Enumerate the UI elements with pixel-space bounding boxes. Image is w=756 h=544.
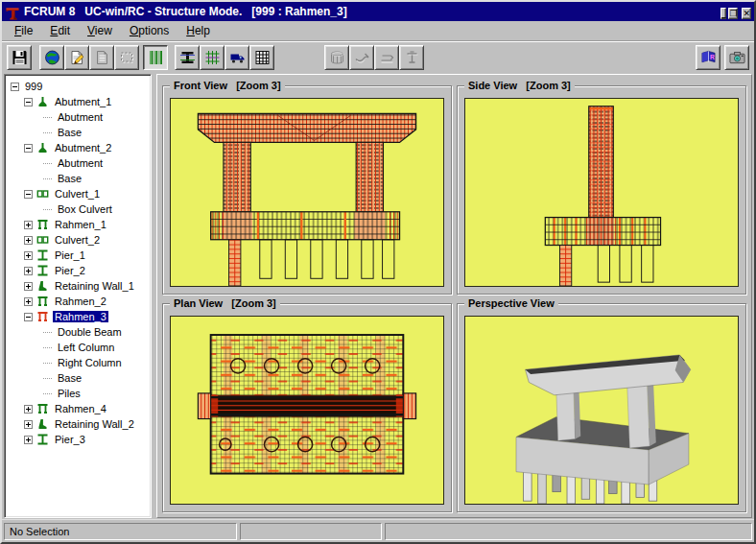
table-button[interactable] bbox=[249, 45, 274, 70]
tree-item-box-culvert[interactable]: Box Culvert bbox=[9, 201, 151, 217]
tree-item-label: Rahmen_4 bbox=[53, 403, 108, 414]
bend-bar-button bbox=[374, 45, 399, 70]
front-view-canvas[interactable] bbox=[170, 98, 444, 287]
status-section-0: No Selection bbox=[4, 523, 237, 540]
tree-item-retaining-wall-1[interactable]: Retaining Wall_1 bbox=[9, 278, 151, 294]
tree-expand-icon[interactable] bbox=[24, 221, 33, 229]
pier-icon bbox=[36, 434, 49, 445]
tree-item-label: Pier_2 bbox=[53, 265, 87, 276]
pier-icon bbox=[36, 265, 49, 276]
menu-bar: FileEditViewOptionsHelp bbox=[2, 21, 754, 41]
camera-icon bbox=[729, 50, 745, 65]
view-grid: Front View [Zoom 3] bbox=[156, 74, 752, 518]
menu-view[interactable]: View bbox=[79, 22, 121, 40]
tree-expand-icon[interactable] bbox=[24, 405, 33, 414]
perspective-view-title: Perspective View bbox=[464, 296, 558, 310]
menu-file[interactable]: File bbox=[6, 22, 41, 40]
globe-button[interactable] bbox=[39, 45, 64, 70]
tree-expand-icon[interactable] bbox=[24, 297, 33, 306]
menu-help[interactable]: Help bbox=[177, 22, 219, 40]
abutment-icon bbox=[36, 96, 49, 107]
tree-item-label: Abutment_2 bbox=[53, 142, 113, 154]
tree-expand-icon[interactable] bbox=[24, 251, 33, 260]
snapshot-button[interactable] bbox=[724, 45, 749, 70]
title-bar: FCRUM 8 UC-win/RC - Structure Mode. [999… bbox=[2, 2, 754, 21]
application-window: { "window": { "title": "FCRUM 8 UC-win/R… bbox=[0, 0, 756, 544]
structure-mode-button[interactable] bbox=[143, 45, 168, 70]
tree-item-abutment-2[interactable]: Abutment_2 bbox=[9, 140, 151, 155]
reference-book-button[interactable]: R bbox=[696, 45, 721, 70]
tree-item-left-column[interactable]: Left Column bbox=[9, 340, 151, 355]
close-button[interactable]: ✕ bbox=[742, 8, 751, 19]
cage-icon bbox=[329, 50, 345, 65]
tree-item-base[interactable]: Base bbox=[9, 171, 151, 186]
document-icon bbox=[94, 50, 110, 65]
tree-item-label: Pier_1 bbox=[53, 249, 87, 261]
tree-expand-icon[interactable] bbox=[24, 420, 33, 429]
load-truck-button[interactable] bbox=[224, 45, 249, 70]
tree-item-label: Culvert_2 bbox=[53, 234, 102, 246]
tree-item-retaining-wall-2[interactable]: Retaining Wall_2 bbox=[9, 416, 151, 432]
tree-item-base[interactable]: Base bbox=[9, 370, 151, 386]
tree-expand-icon[interactable] bbox=[24, 436, 33, 444]
tree-item-rahmen-4[interactable]: Rahmen_4 bbox=[9, 401, 151, 416]
side-view-canvas[interactable] bbox=[464, 98, 739, 287]
menu-edit[interactable]: Edit bbox=[41, 22, 79, 40]
tree-item-abutment[interactable]: Abutment bbox=[9, 109, 151, 125]
tree-item-label: Double Beam bbox=[56, 326, 124, 338]
tree-collapse-icon[interactable] bbox=[24, 313, 33, 321]
perspective-view-canvas[interactable] bbox=[464, 316, 739, 505]
tree-connector bbox=[43, 117, 52, 118]
rebar-button[interactable] bbox=[200, 45, 224, 70]
tree-item-label: Abutment_1 bbox=[53, 96, 113, 107]
plan-view-groupbox: Plan View [Zoom 3] bbox=[162, 303, 452, 512]
tree-collapse-icon[interactable] bbox=[11, 83, 19, 91]
tree-item-rahmen-3[interactable]: Rahmen_3 bbox=[9, 309, 151, 324]
plan-view-title: Plan View [Zoom 3] bbox=[170, 296, 280, 310]
tree-item-rahmen-2[interactable]: Rahmen_2 bbox=[9, 294, 151, 309]
toolbar: R bbox=[2, 41, 754, 73]
tree-expand-icon[interactable] bbox=[24, 267, 33, 275]
tree-expand-icon[interactable] bbox=[24, 236, 33, 245]
tree-item-999[interactable]: 999 bbox=[9, 79, 151, 94]
tree-item-pier-3[interactable]: Pier_3 bbox=[9, 432, 151, 447]
document-button bbox=[89, 45, 114, 70]
tree-collapse-icon[interactable] bbox=[24, 98, 33, 106]
tree-item-label: Left Column bbox=[56, 342, 116, 353]
save-icon bbox=[12, 50, 28, 65]
rahmen-icon bbox=[36, 296, 49, 307]
tree-item-label: Abutment bbox=[56, 157, 105, 169]
tree-item-base[interactable]: Base bbox=[9, 125, 151, 140]
edit-document-button[interactable] bbox=[64, 45, 89, 70]
hoop-bar-icon bbox=[404, 50, 420, 65]
menu-options[interactable]: Options bbox=[121, 22, 177, 40]
tree-item-abutment-1[interactable]: Abutment_1 bbox=[9, 94, 151, 109]
tree-item-culvert-2[interactable]: Culvert_2 bbox=[9, 232, 151, 248]
tree-item-pier-2[interactable]: Pier_2 bbox=[9, 263, 151, 278]
tree-collapse-icon[interactable] bbox=[24, 144, 33, 153]
restore-button[interactable]: ❐ bbox=[728, 8, 738, 19]
section-button[interactable] bbox=[175, 45, 200, 70]
save-button[interactable] bbox=[7, 45, 32, 70]
tree-connector bbox=[43, 132, 52, 133]
perspective-view-drawing bbox=[465, 317, 738, 504]
selection-icon bbox=[119, 50, 135, 65]
plan-view-canvas[interactable] bbox=[170, 316, 444, 505]
status-section-2 bbox=[385, 523, 752, 540]
tree-item-piles[interactable]: Piles bbox=[9, 386, 151, 401]
tree-item-culvert-1[interactable]: Culvert_1 bbox=[9, 186, 151, 201]
tree-connector bbox=[43, 178, 52, 179]
tree-item-pier-1[interactable]: Pier_1 bbox=[9, 248, 151, 263]
tree-item-right-column[interactable]: Right Column bbox=[9, 355, 151, 370]
tree-connector bbox=[43, 163, 52, 164]
tree-item-rahmen-1[interactable]: Rahmen_1 bbox=[9, 217, 151, 232]
tree-collapse-icon[interactable] bbox=[24, 190, 33, 199]
tree-item-label: Box Culvert bbox=[56, 203, 114, 215]
window-title: FCRUM 8 UC-win/RC - Structure Mode. [999… bbox=[24, 5, 719, 18]
tree-item-label: Rahmen_3 bbox=[53, 311, 108, 322]
tree-expand-icon[interactable] bbox=[24, 282, 33, 291]
tree-item-label: Rahmen_1 bbox=[53, 219, 108, 230]
minimize-button[interactable]: _ bbox=[721, 8, 727, 19]
tree-item-double-beam[interactable]: Double Beam bbox=[9, 324, 151, 340]
tree-item-abutment[interactable]: Abutment bbox=[9, 155, 151, 171]
